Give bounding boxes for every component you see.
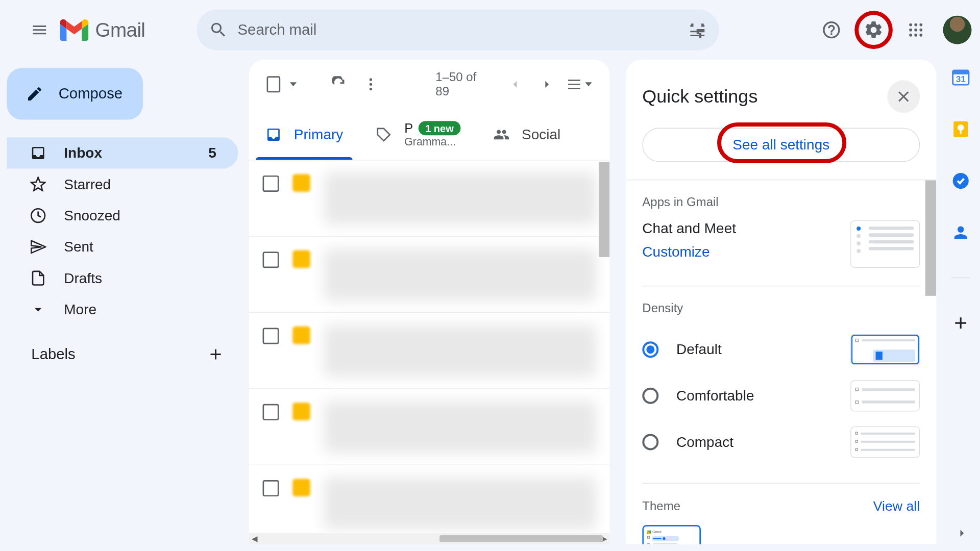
google-apps-button[interactable] [899,14,932,46]
horizontal-scrollbar[interactable]: ◀ ▶ [249,533,609,544]
prev-page-button[interactable] [502,68,528,101]
refresh-button[interactable] [325,68,352,101]
nav-inbox[interactable]: Inbox 5 [7,137,238,168]
radio-unchecked-icon [642,434,658,450]
svg-text:31: 31 [956,74,966,84]
support-button[interactable] [815,14,848,46]
row-checkbox[interactable] [263,176,279,192]
tab-social-label: Social [522,126,560,142]
side-panel-toggle[interactable] [948,519,975,546]
inbox-icon [30,145,46,161]
nav-more-label: More [64,302,96,318]
split-pane-button[interactable] [566,68,592,101]
keep-app-icon[interactable] [951,120,970,139]
radio-checked-icon [642,341,658,358]
theme-view-all-link[interactable]: View all [873,498,920,514]
hscroll-thumb[interactable] [439,535,603,542]
svg-point-9 [369,78,372,81]
svg-point-7 [914,34,917,37]
file-icon [30,270,46,286]
theme-thumbnail[interactable]: Gmail [642,525,701,544]
search-bar[interactable] [197,10,720,51]
row-star[interactable] [292,327,310,344]
nav-more[interactable]: More [7,294,238,325]
density-comfortable-preview [850,380,920,411]
people-icon [493,126,509,142]
svg-point-8 [919,34,922,37]
add-app-button[interactable] [951,314,970,333]
next-page-button[interactable] [533,68,560,101]
settings-button[interactable] [854,11,893,49]
tab-promotions[interactable]: P1 new Gramma... [359,109,477,160]
main-menu-button[interactable] [23,14,56,46]
nav-drafts-label: Drafts [64,270,102,286]
see-all-settings-button[interactable]: See all settings [642,128,920,162]
contacts-app-icon[interactable] [951,223,970,242]
nav-sent[interactable]: Sent [7,231,238,262]
row-content [324,478,596,529]
search-options-icon[interactable] [688,20,707,39]
message-row[interactable] [249,237,609,313]
nav-starred[interactable]: Starred [7,169,238,200]
density-default-option[interactable]: Default [642,327,920,373]
qs-scrollbar-thumb[interactable] [925,180,936,296]
chevron-right-icon [955,527,969,540]
gmail-logo[interactable]: Gmail [60,19,145,41]
row-star[interactable] [292,403,310,420]
chevron-left-icon [508,78,522,91]
svg-point-11 [369,88,372,90]
row-star[interactable] [292,174,310,192]
rail-separator [951,278,970,278]
close-quick-settings-button[interactable] [887,80,920,113]
tasks-app-icon[interactable] [951,171,970,190]
row-star[interactable] [292,251,310,268]
nav-drafts[interactable]: Drafts [7,263,238,294]
more-actions-button[interactable] [357,68,384,101]
svg-point-10 [369,83,372,86]
hscroll-left[interactable]: ◀ [249,533,260,544]
chevron-right-icon [540,78,554,91]
message-row[interactable] [249,389,609,465]
svg-point-3 [909,29,912,32]
account-avatar[interactable] [943,16,972,44]
svg-point-16 [958,124,964,131]
radio-unchecked-icon [642,388,658,404]
compose-button[interactable]: Compose [7,68,143,119]
message-row[interactable] [249,161,609,237]
density-compact-option[interactable]: Compact [642,419,920,465]
inbox-count: 5 [208,145,216,161]
density-compact-preview [850,427,920,458]
gear-icon [864,20,884,40]
row-checkbox[interactable] [263,252,279,268]
row-content [324,325,596,377]
message-row[interactable] [249,465,609,541]
density-comfortable-option[interactable]: Comfortable [642,372,920,419]
vertical-scrollbar-thumb[interactable] [599,162,609,257]
row-checkbox[interactable] [263,328,279,344]
add-label-button[interactable] [207,345,225,363]
calendar-app-icon[interactable]: 31 [951,68,970,87]
chat-and-meet-label: Chat and Meet [642,220,736,237]
tag-icon [376,126,392,142]
gmail-m-icon [60,19,88,41]
nav-snoozed[interactable]: Snoozed [7,200,238,231]
tab-primary[interactable]: Primary [249,109,359,160]
tab-promo-letter: P [404,121,413,136]
svg-rect-17 [960,130,962,134]
tab-social[interactable]: Social [477,109,577,160]
select-dropdown[interactable] [290,82,297,86]
search-icon [209,20,228,39]
quick-settings-title: Quick settings [642,86,757,107]
select-all-checkbox[interactable] [267,76,281,92]
row-checkbox[interactable] [263,480,279,496]
page-range: 1–50 of 89 [435,70,482,98]
hamburger-icon [31,21,48,39]
density-default-label: Default [676,341,722,358]
row-star[interactable] [292,479,310,496]
row-checkbox[interactable] [263,404,279,420]
customize-link[interactable]: Customize [642,243,709,260]
help-icon [821,20,842,40]
svg-point-6 [909,34,912,37]
search-input[interactable] [238,21,688,39]
message-row[interactable] [249,313,609,389]
